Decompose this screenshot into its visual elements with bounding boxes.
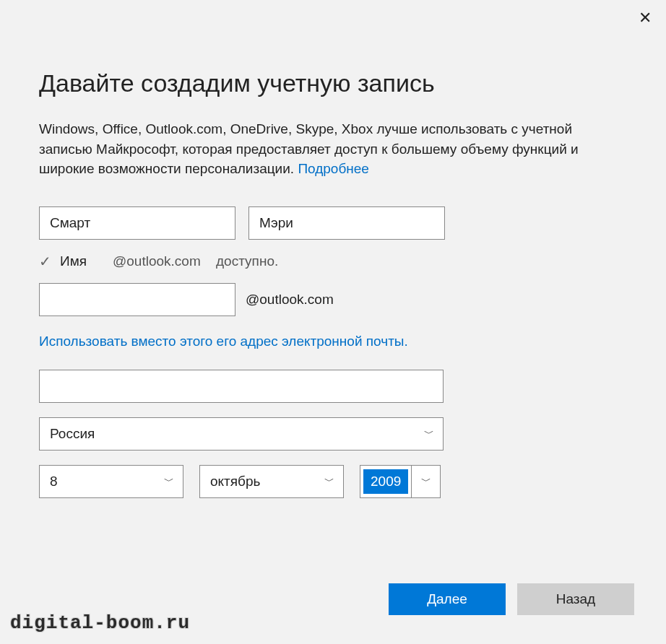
country-value: Россия [40, 426, 415, 442]
back-button[interactable]: Назад [517, 583, 634, 615]
email-domain-label: @outlook.com [246, 292, 334, 308]
footer-buttons: Далее Назад [389, 583, 634, 615]
watermark-text: digital-boom.ru [10, 612, 190, 634]
birth-day-value: 8 [40, 474, 155, 489]
close-icon[interactable]: ✕ [639, 10, 652, 26]
learn-more-link[interactable]: Подробнее [298, 161, 369, 176]
birth-year-select[interactable]: 2009 ﹀ [360, 465, 441, 498]
chevron-down-icon: ﹀ [411, 466, 440, 497]
password-input[interactable] [39, 370, 444, 403]
availability-text: доступно. [216, 253, 278, 269]
last-name-input[interactable] [248, 206, 445, 240]
use-existing-email-link[interactable]: Использовать вместо этого его адрес элек… [39, 332, 444, 352]
birth-month-select[interactable]: октябрь ﹀ [199, 465, 344, 498]
chevron-down-icon: ﹀ [155, 475, 183, 488]
country-select[interactable]: Россия ﹀ [39, 417, 444, 451]
checkmark-icon: ✓ [39, 253, 51, 270]
next-button[interactable]: Далее [389, 583, 506, 615]
page-title: Давайте создадим учетную запись [39, 69, 627, 97]
chevron-down-icon: ﹀ [415, 427, 443, 440]
birth-month-value: октябрь [200, 474, 316, 489]
availability-status: ✓ Имя @outlook.com доступно. [39, 253, 627, 270]
chevron-down-icon: ﹀ [316, 475, 343, 488]
email-local-input[interactable] [39, 283, 235, 316]
birth-day-select[interactable]: 8 ﹀ [39, 465, 183, 498]
birth-year-value: 2009 [363, 469, 408, 494]
availability-domain: @outlook.com [113, 253, 201, 269]
create-account-panel: Давайте создадим учетную запись Windows,… [9, 43, 657, 498]
page-description: Windows, Office, Outlook.com, OneDrive, … [39, 119, 627, 179]
availability-name: Имя [60, 253, 87, 269]
first-name-input[interactable] [39, 206, 235, 240]
